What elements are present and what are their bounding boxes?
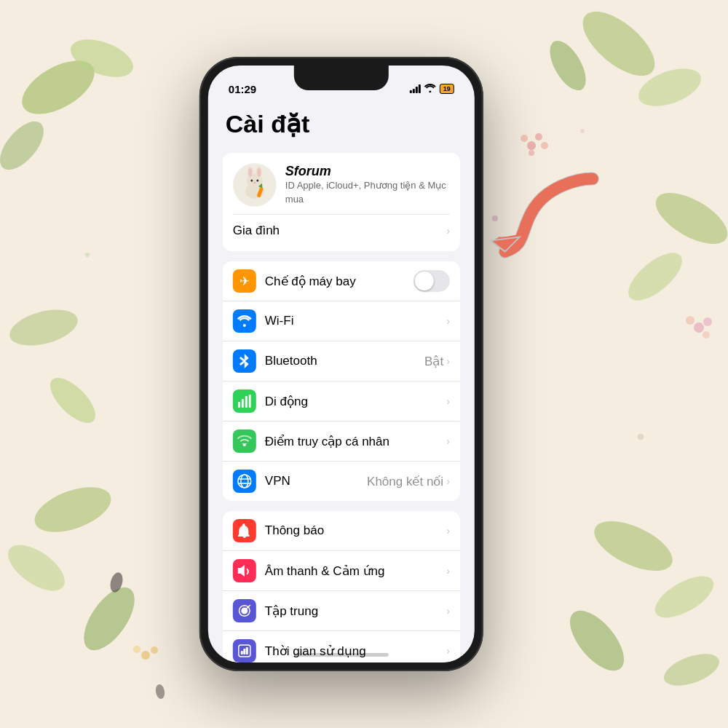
cellular-label: Di động	[265, 394, 446, 409]
wifi-status-icon	[424, 84, 436, 95]
focus-chevron: ›	[446, 605, 450, 617]
airplane-label: Chế độ máy bay	[265, 274, 414, 289]
phone-notch	[294, 66, 389, 90]
svg-point-40	[248, 168, 252, 177]
svg-point-52	[238, 475, 251, 488]
svg-rect-50	[249, 395, 251, 408]
svg-point-5	[542, 35, 593, 96]
family-row[interactable]: Gia đình ›	[233, 221, 450, 241]
svg-point-41	[257, 168, 261, 177]
svg-point-21	[529, 150, 534, 156]
bluetooth-label: Bluetooth	[265, 354, 424, 368]
vpn-row[interactable]: VPN Không kết nối ›	[223, 462, 460, 501]
svg-point-30	[580, 129, 585, 133]
sounds-chevron: ›	[446, 565, 450, 577]
profile-subtitle: ID Apple, iCloud+, Phương tiện & Mục mua	[285, 179, 450, 205]
svg-point-28	[151, 646, 158, 654]
sounds-row[interactable]: Âm thanh & Cảm ứng ›	[223, 551, 460, 591]
svg-rect-48	[242, 399, 244, 408]
svg-point-2	[0, 114, 52, 178]
family-chevron: ›	[446, 225, 450, 237]
cellular-chevron: ›	[446, 395, 450, 407]
svg-point-0	[13, 50, 103, 124]
svg-point-29	[492, 215, 498, 221]
svg-point-42	[250, 180, 253, 182]
wifi-icon	[233, 309, 256, 333]
hotspot-label: Điểm truy cập cá nhân	[265, 434, 446, 449]
vpn-chevron: ›	[446, 475, 450, 487]
svg-point-20	[541, 142, 548, 149]
svg-point-44	[253, 182, 256, 183]
profile-info: Sforum ID Apple, iCloud+, Phương tiện & …	[285, 164, 450, 205]
status-icons: 19	[410, 84, 454, 95]
airplane-icon: ✈	[233, 269, 256, 293]
svg-marker-61	[498, 237, 527, 252]
svg-point-56	[243, 609, 246, 612]
svg-rect-58	[241, 651, 243, 654]
svg-point-19	[535, 133, 542, 141]
phone-body: 01:29 19	[199, 57, 483, 671]
svg-point-4	[633, 61, 706, 114]
notifications-icon	[233, 519, 256, 542]
svg-point-26	[141, 651, 150, 660]
svg-point-33	[108, 571, 125, 593]
page-title: Cài đặt	[223, 109, 460, 138]
settings-content[interactable]: Cài đặt	[208, 102, 475, 662]
notifications-row[interactable]: Thông báo ›	[223, 511, 460, 551]
profile-row[interactable]: Sforum ID Apple, iCloud+, Phương tiện & …	[233, 163, 450, 207]
svg-rect-59	[243, 649, 245, 654]
focus-label: Tập trung	[265, 604, 446, 619]
hotspot-chevron: ›	[446, 435, 450, 447]
sounds-label: Âm thanh & Cảm ứng	[265, 563, 446, 579]
notifications-label: Thông báo	[265, 523, 446, 538]
wifi-row[interactable]: Wi-Fi ›	[223, 301, 460, 341]
screentime-chevron: ›	[446, 645, 450, 657]
hotspot-icon	[233, 430, 256, 453]
svg-point-11	[587, 511, 679, 581]
svg-point-14	[660, 647, 723, 692]
svg-point-18	[521, 135, 528, 142]
vpn-icon	[233, 470, 256, 493]
screentime-icon	[233, 639, 256, 662]
svg-rect-47	[238, 402, 240, 408]
home-indicator	[294, 653, 389, 657]
svg-rect-60	[246, 647, 248, 654]
profile-section[interactable]: Sforum ID Apple, iCloud+, Phương tiện & …	[223, 153, 460, 251]
hotspot-row[interactable]: Điểm truy cập cá nhân ›	[223, 422, 460, 462]
profile-name: Sforum	[285, 164, 450, 179]
svg-point-27	[133, 646, 141, 653]
wifi-label: Wi-Fi	[265, 314, 443, 328]
cellular-icon	[233, 389, 256, 413]
svg-point-22	[694, 323, 704, 333]
bluetooth-row[interactable]: Bluetooth Bật ›	[223, 341, 460, 381]
svg-point-53	[241, 475, 248, 488]
svg-point-12	[649, 568, 720, 626]
svg-point-32	[638, 434, 644, 440]
bluetooth-value: Bật	[424, 354, 443, 369]
airplane-toggle[interactable]	[414, 270, 450, 292]
svg-point-8	[28, 478, 116, 541]
svg-point-7	[621, 245, 690, 309]
svg-point-34	[154, 684, 165, 700]
phone-frame: 01:29 19	[199, 57, 483, 671]
battery-indicator: 19	[440, 84, 454, 94]
svg-point-23	[686, 316, 695, 325]
svg-point-31	[85, 253, 90, 257]
svg-point-43	[256, 180, 258, 182]
cellular-row[interactable]: Di động ›	[223, 381, 460, 422]
svg-point-24	[703, 317, 712, 326]
vpn-label: VPN	[265, 474, 367, 488]
sounds-icon	[233, 559, 256, 582]
screentime-row[interactable]: Thời gian sử dụng ›	[223, 631, 460, 662]
svg-point-15	[6, 303, 82, 352]
airplane-mode-row[interactable]: ✈ Chế độ máy bay	[223, 261, 460, 301]
svg-point-9	[1, 536, 73, 600]
focus-row[interactable]: Tập trung ›	[223, 591, 460, 631]
wifi-chevron: ›	[446, 315, 450, 327]
status-time: 01:29	[229, 83, 256, 95]
svg-point-25	[703, 331, 710, 339]
svg-point-17	[527, 141, 536, 150]
svg-point-10	[74, 579, 145, 658]
svg-point-6	[648, 183, 728, 254]
focus-icon	[233, 599, 256, 622]
